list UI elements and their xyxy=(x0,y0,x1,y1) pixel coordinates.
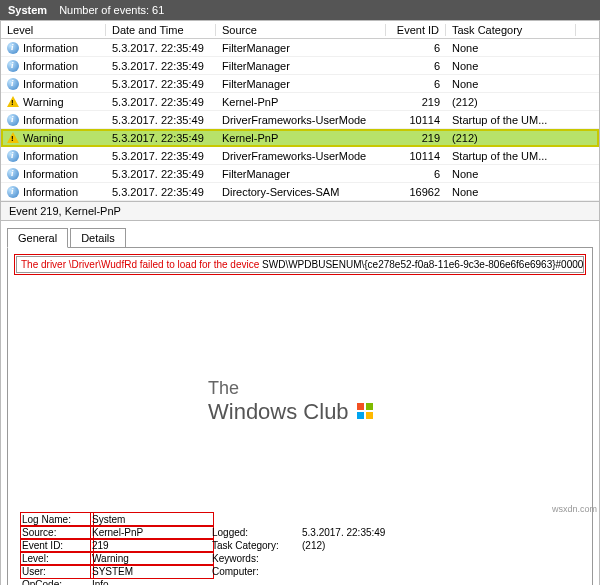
source-watermark: wsxdn.com xyxy=(552,504,597,514)
title-bar: System Number of events: 61 xyxy=(0,0,600,20)
prop-logname-label: Log Name: xyxy=(22,514,92,525)
table-row[interactable]: Information5.3.2017. 22:35:49FilterManag… xyxy=(1,75,599,93)
detail-header: Event 219, Kernel-PnP xyxy=(0,202,600,221)
table-row[interactable]: Information5.3.2017. 22:35:49FilterManag… xyxy=(1,165,599,183)
prop-eventid-value: 219 xyxy=(92,540,212,551)
prop-opcode-label: OpCode: xyxy=(22,579,92,585)
grid-header[interactable]: Level Date and Time Source Event ID Task… xyxy=(1,21,599,39)
prop-source-value: Kernel-PnP xyxy=(92,527,212,538)
table-row[interactable]: Information5.3.2017. 22:35:49DriverFrame… xyxy=(1,147,599,165)
info-icon xyxy=(7,186,19,198)
info-icon xyxy=(7,60,19,72)
table-row[interactable]: Information5.3.2017. 22:35:49FilterManag… xyxy=(1,57,599,75)
prop-user-label: User: xyxy=(22,566,92,577)
message-highlight: The driver \Driver\WudfRd failed to load… xyxy=(21,259,262,270)
warning-icon xyxy=(7,96,19,107)
prop-logged-value: 5.3.2017. 22:35:49 xyxy=(302,527,462,538)
prop-logged-label: Logged: xyxy=(212,527,302,538)
log-title: System xyxy=(8,4,47,16)
info-icon xyxy=(7,168,19,180)
prop-source-label: Source: xyxy=(22,527,92,538)
tab-body: The driver \Driver\WudfRd failed to load… xyxy=(7,247,593,585)
table-row[interactable]: Warning5.3.2017. 22:35:49Kernel-PnP219(2… xyxy=(1,129,599,147)
tabs: General Details xyxy=(1,221,599,247)
prop-level-label: Level: xyxy=(22,553,92,564)
prop-keywords-label: Keywords: xyxy=(212,553,302,564)
info-icon xyxy=(7,42,19,54)
info-icon xyxy=(7,78,19,90)
event-message: The driver \Driver\WudfRd failed to load… xyxy=(16,256,584,273)
tab-general[interactable]: General xyxy=(7,228,68,248)
col-level[interactable]: Level xyxy=(1,24,106,36)
prop-keywords-value xyxy=(302,553,462,564)
event-properties: Log Name: System Source: Kernel-PnP Logg… xyxy=(14,508,586,585)
table-row[interactable]: Information5.3.2017. 22:35:49DriverFrame… xyxy=(1,111,599,129)
prop-taskcat-value: (212) xyxy=(302,540,462,551)
info-icon xyxy=(7,114,19,126)
message-rest: SWD\WPDBUSENUM\{ce278e52-f0a8-11e6-9c3e-… xyxy=(262,259,584,270)
detail-pane: General Details The driver \Driver\WudfR… xyxy=(0,221,600,585)
info-icon xyxy=(7,150,19,162)
col-eventid[interactable]: Event ID xyxy=(386,24,446,36)
prop-eventid-label: Event ID: xyxy=(22,540,92,551)
prop-level-value: Warning xyxy=(92,553,212,564)
col-date[interactable]: Date and Time xyxy=(106,24,216,36)
col-source[interactable]: Source xyxy=(216,24,386,36)
prop-taskcat-label: Task Category: xyxy=(212,540,302,551)
warning-icon xyxy=(7,132,19,143)
table-row[interactable]: Warning5.3.2017. 22:35:49Kernel-PnP219(2… xyxy=(1,93,599,111)
prop-computer-value xyxy=(302,566,462,577)
prop-computer-label: Computer: xyxy=(212,566,302,577)
windows-logo-icon xyxy=(357,403,375,421)
prop-user-value: SYSTEM xyxy=(92,566,212,577)
prop-logname-value: System xyxy=(92,514,212,525)
prop-opcode-value: Info xyxy=(92,579,212,585)
table-row[interactable]: Information5.3.2017. 22:35:49Directory-S… xyxy=(1,183,599,201)
col-category[interactable]: Task Category xyxy=(446,24,576,36)
event-grid: Level Date and Time Source Event ID Task… xyxy=(0,20,600,202)
table-row[interactable]: Information5.3.2017. 22:35:49FilterManag… xyxy=(1,39,599,57)
watermark: The Windows Club xyxy=(208,378,375,425)
event-count: Number of events: 61 xyxy=(59,4,164,16)
tab-details[interactable]: Details xyxy=(70,228,126,248)
